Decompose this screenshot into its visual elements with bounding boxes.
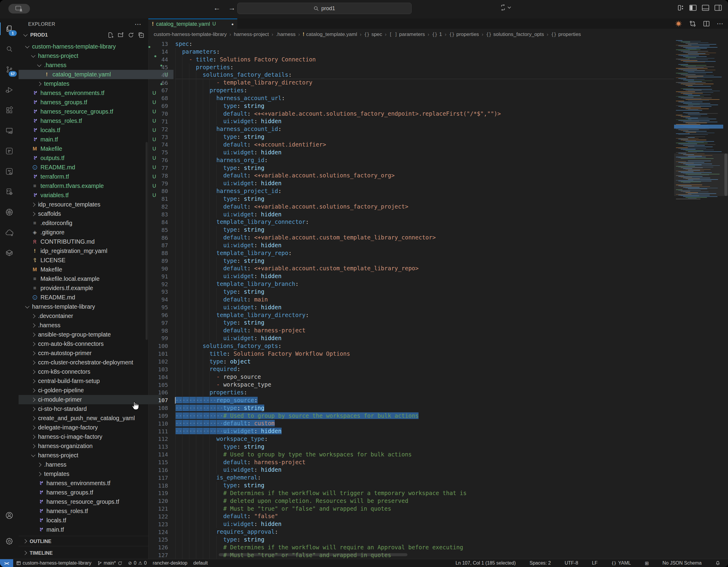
code-line-83[interactable]: 83 ui:widget: hidden: [148, 211, 674, 218]
breadcrumb-item-custom-harness-template-library[interactable]: custom-harness-template-library: [154, 31, 227, 37]
activity-extensions[interactable]: [0, 101, 19, 119]
code-line-75[interactable]: 75 ui:widget: hidden: [148, 149, 674, 156]
folder-harness-project[interactable]: harness-project●: [19, 51, 161, 61]
code-line-77[interactable]: 77 type: string: [148, 164, 674, 172]
code-line-125[interactable]: 125 type: string: [148, 536, 674, 544]
file-harness-environments-tf[interactable]: harness_environments.tfU: [19, 88, 161, 98]
code-line-91[interactable]: 91 ui:widget: hidden: [148, 272, 674, 280]
activity-kubernetes[interactable]: [0, 203, 19, 221]
sidebar-scrollbar[interactable]: [146, 142, 148, 340]
file-harness-environments-tf[interactable]: harness_environments.tf: [19, 479, 167, 488]
folder-harness-ci-image-factory[interactable]: harness-ci-image-factory: [19, 432, 161, 442]
status-language-mode[interactable]: {}YAML: [608, 559, 634, 567]
folder--devcontainer[interactable]: .devcontainer: [19, 312, 161, 321]
code-line-93[interactable]: 93 type: string: [148, 288, 674, 296]
file-locals-tf[interactable]: locals.tf: [19, 516, 167, 525]
code-line-67[interactable]: 67 properties:: [148, 87, 674, 94]
folder-ci-golden-pipeline[interactable]: ci-golden-pipeline: [19, 386, 161, 395]
folder-scaffolds[interactable]: scaffolds: [19, 209, 161, 218]
code-line-98[interactable]: 98 default: harness-project: [148, 327, 674, 335]
activity-cloud[interactable]: [0, 223, 19, 241]
file-locals-tf[interactable]: locals.tfU: [19, 125, 161, 135]
file--gitignore[interactable]: ◈.gitignore: [19, 228, 161, 237]
status-eol[interactable]: LF: [589, 559, 601, 567]
more-actions-icon[interactable]: ⋯: [717, 20, 724, 28]
file-harness-resource-groups-tf[interactable]: harness_resource_groups.tf: [19, 497, 167, 506]
explorer-more-actions[interactable]: ⋯: [135, 20, 142, 28]
code-line-44[interactable]: 44 - title: Solutions Factory Connection: [148, 56, 674, 63]
file-harness-groups-tf[interactable]: harness_groups.tf: [19, 488, 167, 497]
folder-templates[interactable]: templates●: [19, 79, 167, 88]
split-editor-icon[interactable]: [703, 20, 710, 27]
code-line-113[interactable]: 113 type: string: [148, 443, 674, 451]
code-line-122[interactable]: 122 default: "false": [148, 512, 674, 520]
status-json-schema[interactable]: No JSON Schema: [659, 559, 705, 567]
forward-button[interactable]: →: [228, 4, 235, 12]
code-line-71[interactable]: 71 ui:widget: hidden: [148, 117, 674, 125]
refresh-icon[interactable]: [128, 32, 134, 38]
activity-search[interactable]: [0, 40, 19, 58]
toggle-secondary-sidebar-icon[interactable]: [714, 4, 722, 11]
folder--harness[interactable]: .harness: [19, 460, 167, 469]
folder-harness-template-library[interactable]: harness-template-library: [19, 302, 155, 312]
status-notifications[interactable]: [712, 559, 723, 567]
code-line-101[interactable]: 101 title: Solutions Factory Workflow Op…: [148, 350, 674, 358]
customize-layout-icon[interactable]: [677, 4, 684, 11]
code-line-92[interactable]: 92 template_library_branch:: [148, 280, 674, 288]
file-variables-tf[interactable]: variables.tfU: [19, 190, 161, 200]
code-line-120[interactable]: 120 # deleted upon completion. Resources…: [148, 497, 674, 505]
code-line-66[interactable]: 66 - template_library_directory: [148, 79, 674, 87]
folder-ccm-cluster-orchestrator-deployment[interactable]: ccm-cluster-orchestrator-deployment: [19, 358, 161, 367]
activity-explorer[interactable]: 1: [0, 20, 19, 38]
outline-panel-header[interactable]: OUTLINE: [19, 536, 148, 546]
breadcrumb-item-catalog-template-yaml[interactable]: !catalog_template.yaml: [303, 31, 357, 37]
breadcrumb-item--harness[interactable]: .harness: [276, 31, 295, 37]
status-problems[interactable]: ⊘0⚠0: [125, 559, 150, 567]
status-indentation[interactable]: Spaces: 2: [526, 559, 554, 567]
code-line-80[interactable]: 80 harness_project_id:: [148, 187, 674, 195]
code-line-99[interactable]: 99 ui:widget: hidden: [148, 335, 674, 342]
unsaved-dot-icon[interactable]: ●: [231, 22, 234, 26]
minimap-viewport[interactable]: [674, 153, 728, 196]
code-line-109[interactable]: 109··············# Used to group by sour…: [148, 412, 674, 420]
code-line-89[interactable]: 89 type: string: [148, 257, 674, 265]
code-line-115[interactable]: 115 default: harness-project: [148, 459, 674, 466]
breadcrumb-item-properties[interactable]: {}properties: [551, 31, 581, 37]
back-button[interactable]: ←: [213, 4, 220, 12]
status-git-branch[interactable]: main*: [94, 559, 125, 567]
folder-idp-resource-templates[interactable]: idp_resource_templates: [19, 200, 161, 209]
code-line-104[interactable]: 104 - repo_source: [148, 373, 674, 381]
status-rancher-desktop[interactable]: rancher-desktop: [150, 559, 191, 567]
code-line-90[interactable]: 90 default: <+variable.account.custom_te…: [148, 264, 674, 272]
code-line-46[interactable]: 46 solutions_factory_details:: [148, 71, 674, 79]
folder-create-and-push-new-catalog-yaml[interactable]: create_and_push_new_catalog_yaml: [19, 414, 161, 423]
code-line-119[interactable]: 119 # Determines if the workflow will tr…: [148, 489, 674, 497]
vertical-scrollbar[interactable]: [724, 40, 728, 559]
code-line-118[interactable]: 118 type: string: [148, 482, 674, 489]
code-line-79[interactable]: 79 ui:widget: hidden: [148, 179, 674, 187]
breadcrumb-item-harness-project[interactable]: harness-project: [234, 31, 269, 37]
activity-terraform-cloud[interactable]: [0, 162, 19, 180]
breadcrumb-item-properties[interactable]: {}properties: [449, 31, 479, 37]
file-idp-registration-mgr-yaml[interactable]: !idp_registration_mgr.yaml: [19, 246, 161, 255]
code-line-123[interactable]: 123 ui:widget: hidden: [148, 520, 674, 528]
code-line-106[interactable]: 106 properties:: [148, 389, 674, 397]
file-readme-md[interactable]: README.mdU: [19, 163, 161, 172]
status-workspace-name[interactable]: custom-harness-template-library: [13, 559, 94, 567]
activity-source-control[interactable]: 57: [0, 61, 19, 78]
code-line-94[interactable]: 94 default: main: [148, 296, 674, 304]
file-harness-roles-tf[interactable]: harness_roles.tf: [19, 506, 167, 516]
activity-manage[interactable]: [0, 532, 19, 550]
breadcrumb-item-parameters[interactable]: [ ]parameters: [389, 31, 425, 37]
status-schema-store[interactable]: ⊞: [642, 559, 652, 567]
activity-remote-explorer[interactable]: [0, 122, 19, 140]
code-line-13[interactable]: 13spec:: [148, 40, 674, 48]
folder-ci-sto-hcr-standard[interactable]: ci-sto-hcr-standard: [19, 404, 161, 414]
file-makefile[interactable]: MMakefile: [19, 265, 161, 274]
screen-share-indicator[interactable]: [8, 4, 30, 13]
activity-run-and-debug[interactable]: [0, 81, 19, 99]
code-line-95[interactable]: 95 ui:widget: hidden: [148, 304, 674, 312]
folder-delegate-image-factory[interactable]: delegate-image-factory: [19, 423, 161, 432]
code-editor[interactable]: 13spec:14 parameters:44 - title: Solutio…: [148, 40, 674, 559]
code-line-85[interactable]: 85 type: string: [148, 226, 674, 234]
